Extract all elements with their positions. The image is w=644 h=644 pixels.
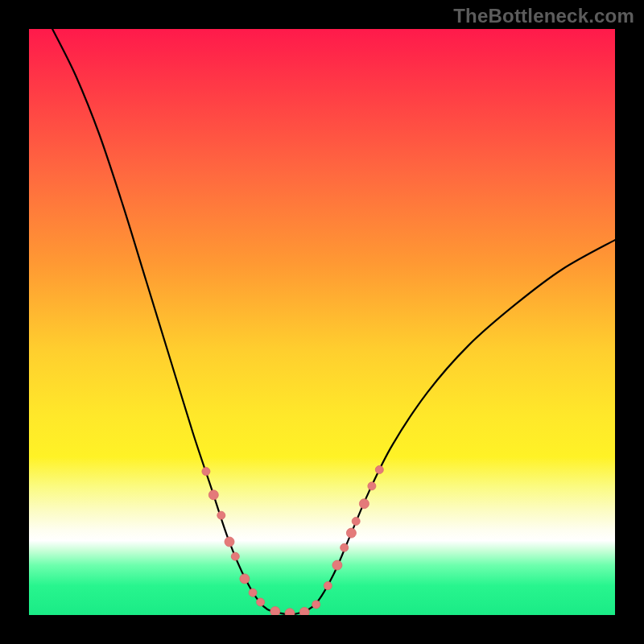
data-marker [368,482,376,490]
curve-layer [29,29,615,615]
data-marker [202,468,210,476]
data-marker [312,601,320,609]
data-marker [341,543,349,551]
data-marker [324,582,332,590]
data-marker [249,588,257,597]
data-marker [299,607,309,615]
data-marker [257,598,265,606]
data-marker [346,528,356,538]
data-marker [285,609,295,615]
data-marker [352,518,360,526]
bottleneck-curve [52,29,615,614]
chart-frame: TheBottleneck.com [0,0,644,644]
data-marker [240,574,250,584]
data-marker [208,490,218,500]
attribution-text: TheBottleneck.com [453,5,634,27]
data-marker [375,466,383,474]
data-marker [231,552,239,560]
data-marker [225,537,234,547]
data-marker [359,499,369,509]
plot-area [29,29,615,615]
data-marker [332,560,342,570]
data-markers [202,466,383,616]
data-marker [270,607,280,615]
data-marker [217,511,225,519]
